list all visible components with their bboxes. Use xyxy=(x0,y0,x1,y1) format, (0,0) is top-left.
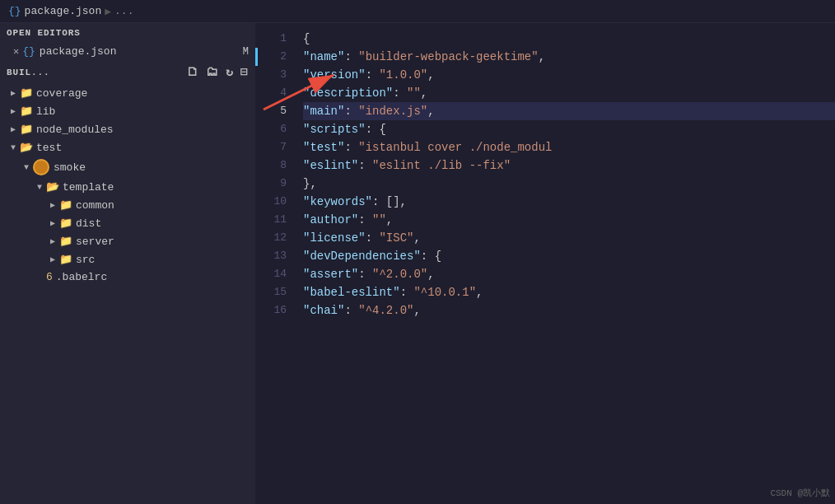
tree-label-node-modules: node_modules xyxy=(36,124,114,136)
line-num-12: 12 xyxy=(255,229,296,247)
code-content: 1 2 3 4 5 6 7 8 9 10 11 12 13 14 15 16 { xyxy=(255,23,835,504)
tree-item-test[interactable]: 📂 test xyxy=(0,138,255,156)
line-num-6: 6 xyxy=(255,120,296,138)
code-line-1: { xyxy=(303,30,835,48)
code-line-6: "scripts": { xyxy=(303,120,835,138)
close-icon[interactable]: ✕ xyxy=(13,45,19,58)
folder-icon-common: 📁 xyxy=(59,198,72,212)
file-type-icon: {} xyxy=(8,5,21,17)
open-editors-header: OPEN EDITORS xyxy=(0,23,255,43)
collapse-arrow-dist xyxy=(46,218,59,228)
code-line-9: }, xyxy=(303,175,835,193)
tree-item-lib[interactable]: 📁 lib xyxy=(0,102,255,120)
line-num-8: 8 xyxy=(255,156,296,175)
line-num-2: 2 xyxy=(255,48,296,66)
folder-icon-lib: 📁 xyxy=(20,105,33,118)
collapse-arrow-coverage xyxy=(7,88,20,98)
tree-item-dist[interactable]: 📁 dist xyxy=(0,214,255,232)
tree-item-coverage[interactable]: 📁 coverage xyxy=(0,84,255,102)
line-num-10: 10 xyxy=(255,193,296,211)
line-num-3: 3 xyxy=(255,66,296,84)
code-editor: 1 2 3 4 5 6 7 8 9 10 11 12 13 14 15 16 { xyxy=(255,23,835,504)
open-file-name: package.json xyxy=(40,45,117,58)
collapse-arrow-template xyxy=(33,183,46,192)
collapse-arrow-node-modules xyxy=(7,124,20,134)
new-folder-icon[interactable]: 🗂 xyxy=(206,65,219,80)
folder-icon-template: 📂 xyxy=(46,180,59,194)
code-line-16: "chai": "^4.2.0", xyxy=(303,301,835,320)
breadcrumb-sep: ▶ xyxy=(105,5,111,18)
tree-item-template[interactable]: 📂 template xyxy=(0,178,255,196)
explorer-header-actions: 🗋 🗂 ↻ ⊟ xyxy=(186,64,249,80)
tree-label-src: src xyxy=(76,254,95,266)
new-file-icon[interactable]: 🗋 xyxy=(186,65,199,80)
refresh-icon[interactable]: ↻ xyxy=(226,64,234,80)
tree-label-dist: dist xyxy=(76,217,101,230)
open-editors-label: OPEN EDITORS xyxy=(7,28,81,38)
code-line-14: "assert": "^2.0.0", xyxy=(303,265,835,283)
code-line-12: "license": "ISC", xyxy=(303,229,835,247)
collapse-all-icon[interactable]: ⊟ xyxy=(240,64,249,80)
line-num-5: 5 xyxy=(255,102,296,120)
code-line-5: "main": "index.js", xyxy=(303,102,835,120)
line-num-11: 11 xyxy=(255,211,296,229)
code-line-13: "devDependencies": { xyxy=(303,247,835,265)
line-num-1: 1 xyxy=(255,30,296,48)
main-layout: OPEN EDITORS ✕ {} package.json M BUIL...… xyxy=(0,23,835,504)
tree-label-server: server xyxy=(76,236,114,248)
collapse-arrow-src xyxy=(46,254,59,264)
code-line-10: "keywords": [], xyxy=(303,193,835,211)
line-num-9: 9 xyxy=(255,175,296,193)
explorer-header: BUIL... 🗋 🗂 ↻ ⊟ xyxy=(0,60,255,84)
code-line-8: "eslint": "eslint ./lib --fix" xyxy=(303,156,835,175)
tree-item-common[interactable]: 📁 common xyxy=(0,196,255,214)
tree-item-src[interactable]: 📁 src xyxy=(0,250,255,268)
folder-icon-test: 📂 xyxy=(20,141,33,154)
modified-badge: M xyxy=(243,46,249,58)
code-line-2: "name": "builder-webpack-geektime", xyxy=(303,48,835,66)
folder-icon-server: 📁 xyxy=(59,235,72,248)
breadcrumb-bar: {} package.json ▶ ... xyxy=(0,0,835,23)
tree-label-test: test xyxy=(36,142,62,154)
tree-item-smoke[interactable]: smoke xyxy=(0,156,255,178)
breadcrumb-filename[interactable]: package.json xyxy=(25,5,102,17)
file-icon-babelrc: 6 xyxy=(46,271,53,283)
smoke-circle-icon xyxy=(33,159,49,175)
line-num-14: 14 xyxy=(255,265,296,283)
json-file-icon: {} xyxy=(22,45,35,58)
code-line-15: "babel-eslint": "^10.0.1", xyxy=(303,283,835,301)
tree-label-babelrc: .babelrc xyxy=(56,271,107,283)
folder-icon-src: 📁 xyxy=(59,253,72,266)
line-num-13: 13 xyxy=(255,247,296,265)
folder-icon-coverage: 📁 xyxy=(20,86,33,100)
collapse-arrow-common xyxy=(46,200,59,210)
tree-item-babelrc[interactable]: 6 .babelrc xyxy=(0,268,255,286)
line-num-15: 15 xyxy=(255,283,296,301)
sidebar: OPEN EDITORS ✕ {} package.json M BUIL...… xyxy=(0,23,255,504)
folder-icon-node-modules: 📁 xyxy=(20,123,33,136)
code-line-7: "test": "istanbul cover ./node_modul xyxy=(303,138,835,156)
collapse-arrow-test xyxy=(7,143,20,152)
open-editor-item[interactable]: ✕ {} package.json M xyxy=(0,43,255,60)
line-num-4: 4 xyxy=(255,84,296,102)
code-line-3: "version": "1.0.0", xyxy=(303,66,835,84)
tree-label-lib: lib xyxy=(36,105,55,118)
code-line-4: "description": "", xyxy=(303,84,835,102)
line-num-7: 7 xyxy=(255,138,296,156)
tree-label-common: common xyxy=(76,199,114,212)
tree-item-server[interactable]: 📁 server xyxy=(0,232,255,250)
watermark: CSDN @凯小默 xyxy=(770,487,830,499)
breadcrumb-ellipsis: ... xyxy=(114,5,133,17)
collapse-arrow-lib xyxy=(7,106,20,116)
code-lines[interactable]: { "name": "builder-webpack-geektime", "v… xyxy=(296,23,835,504)
line-num-16: 16 xyxy=(255,301,296,320)
explorer-label: BUIL... xyxy=(7,68,49,77)
tree-label-smoke: smoke xyxy=(54,161,86,174)
tree-item-node-modules[interactable]: 📁 node_modules xyxy=(0,120,255,138)
collapse-arrow-smoke xyxy=(20,163,33,172)
code-line-11: "author": "", xyxy=(303,211,835,229)
folder-icon-dist: 📁 xyxy=(59,217,72,230)
tree-label-coverage: coverage xyxy=(36,87,87,100)
line-numbers: 1 2 3 4 5 6 7 8 9 10 11 12 13 14 15 16 xyxy=(255,23,296,504)
collapse-arrow-server xyxy=(46,236,59,246)
